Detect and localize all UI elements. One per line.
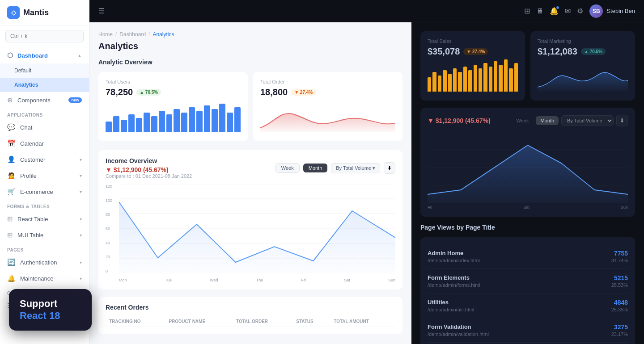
notifications-icon[interactable]: 🔔 <box>550 7 559 15</box>
download-btn[interactable]: ⬇ <box>384 162 395 174</box>
page-view-item-2: Utilities/demo/admin/util.html 484825.35… <box>428 294 628 318</box>
sidebar-item-chat[interactable]: 💬 Chat <box>0 119 89 135</box>
income-header: Income Overview ▼ $1,12,900 (45.67%) Com… <box>106 157 395 179</box>
support-text2: React 18 <box>20 310 81 322</box>
area-chart-orders <box>260 101 395 132</box>
week-btn[interactable]: Week <box>275 163 300 173</box>
dashboard-submenu: Default Analytics <box>0 63 89 92</box>
page-views-card: Admin Home/demo/admin/index.html 775531.… <box>420 237 635 344</box>
sidebar-item-authentication[interactable]: 🔄 Authentication ▾ <box>0 254 89 270</box>
stat-value-sales: $35,078 <box>428 46 460 57</box>
mail-icon[interactable]: ✉ <box>565 7 571 15</box>
calendar-icon: 📅 <box>7 139 16 147</box>
bar <box>509 68 513 92</box>
income-dark-controls: Week Month By Total Volume ⬇ <box>512 115 628 126</box>
bar <box>113 116 119 132</box>
stat-badge-marketing: ▲ 70.5% <box>581 48 606 55</box>
page-view-item-3: Form Validation/demo/admin/validation.ht… <box>428 318 628 343</box>
support-text1: Support <box>20 298 81 310</box>
sidebar-item-components[interactable]: ⊕ Components new <box>0 92 89 108</box>
stat-label-users: Total Users <box>106 79 241 84</box>
sidebar-item-profile[interactable]: 🙍 Profile ▾ <box>0 168 89 184</box>
topbar-left: ☰ <box>98 7 105 15</box>
breadcrumb-dashboard[interactable]: Dashboard <box>119 31 146 38</box>
sidebar-item-ecommerce[interactable]: 🛒 E-commerce ▾ <box>0 184 89 200</box>
search-input[interactable] <box>5 30 84 42</box>
income-dark-card: ▼ $1,12,900 (45.67%) Week Month By Total… <box>420 108 635 217</box>
bar <box>189 107 195 132</box>
line-chart: 120100806040200 <box>106 184 395 282</box>
app-logo[interactable]: ◇ Mantis <box>0 0 89 25</box>
content-area: Home / Dashboard / Analytics Analytics A… <box>89 22 644 344</box>
stat-card-orders: Total Order 18,800 ▼ 27.4% <box>253 72 402 141</box>
month-btn[interactable]: Month <box>303 164 328 172</box>
volume-select[interactable]: By Total Volume ▾ <box>331 163 380 173</box>
recent-orders-card: Recent Orders TRACKING NO PRODUCT NAME T… <box>98 297 402 334</box>
month-dark-btn[interactable]: Month <box>536 116 559 125</box>
bar <box>432 72 436 92</box>
week-dark-btn[interactable]: Week <box>512 116 534 125</box>
income-controls: Week Month By Total Volume ▾ ⬇ <box>275 162 395 174</box>
bar <box>458 72 462 92</box>
sidebar-item-calendar[interactable]: 📅 Calendar <box>0 135 89 151</box>
breadcrumb-home[interactable]: Home <box>98 31 113 38</box>
bar <box>174 109 180 132</box>
bar <box>204 105 210 132</box>
bar <box>151 116 157 132</box>
maintenance-label: Maintenance <box>20 275 53 282</box>
chart-area <box>119 184 395 273</box>
bar <box>428 77 431 92</box>
sidebar-item-react-table[interactable]: ⊞ React Table ▾ <box>0 211 89 227</box>
sidebar-item-mui-table[interactable]: ⊞ MUI Table ▾ <box>0 227 89 243</box>
bar <box>514 63 518 92</box>
page-view-item-0: Admin Home/demo/admin/index.html 775531.… <box>428 244 628 269</box>
stat-label-sales: Total Sales <box>428 38 518 44</box>
react-table-label: React Table <box>17 216 48 222</box>
col-tracking: TRACKING NO <box>106 316 165 327</box>
dark-stat-cards: Total Sales $35,078 ▼ 27.4% Total Market… <box>420 31 635 101</box>
chart-x-labels: MonTueWedThuFriSatSun <box>119 278 395 282</box>
menu-toggle-icon[interactable]: ☰ <box>98 7 105 15</box>
bar <box>121 120 127 132</box>
breadcrumb-current: Analytics <box>153 31 174 38</box>
ecommerce-chevron: ▾ <box>80 189 82 194</box>
bar <box>181 113 187 132</box>
calendar-label: Calendar <box>20 140 44 147</box>
breadcrumb: Home / Dashboard / Analytics <box>98 31 402 38</box>
bar <box>504 59 508 92</box>
stat-value-row-orders: 18,800 ▼ 27.4% <box>260 87 395 97</box>
profile-label: Profile <box>20 172 37 179</box>
sidebar-item-customer[interactable]: 👤 Customer ▾ <box>0 151 89 168</box>
page-view-item-1: Form Elements/demo/admin/forms.html 5215… <box>428 269 628 294</box>
apps-grid-icon[interactable]: ⊞ <box>524 7 530 15</box>
dashboard-icon: ⬡ <box>7 51 13 59</box>
bar <box>474 65 477 92</box>
support-popup[interactable]: Support React 18 <box>9 289 92 331</box>
dashboard-label: Dashboard <box>17 52 48 59</box>
stat-value-row-sales: $35,078 ▼ 27.4% <box>428 46 518 57</box>
volume-dark-select[interactable]: By Total Volume <box>561 115 614 126</box>
bar <box>159 111 165 132</box>
stat-value-orders: 18,800 <box>260 87 288 97</box>
authentication-icon: 🔄 <box>7 258 16 266</box>
download-dark-btn[interactable]: ⬇ <box>616 115 628 126</box>
income-title: Income Overview <box>106 157 192 164</box>
bar <box>106 122 112 132</box>
right-panel: Total Sales $35,078 ▼ 27.4% Total Market… <box>411 22 644 344</box>
stat-value-row-users: 78,250 ▲ 70.5% <box>106 87 241 97</box>
chat-label: Chat <box>20 124 32 131</box>
monitor-icon[interactable]: 🖥 <box>536 7 543 15</box>
sidebar-item-default[interactable]: Default <box>0 63 89 78</box>
bar <box>499 65 502 92</box>
chat-icon: 💬 <box>7 123 16 131</box>
orders-table: TRACKING NO PRODUCT NAME TOTAL ORDER STA… <box>106 316 395 327</box>
sidebar-item-analytics[interactable]: Analytics <box>0 78 89 92</box>
sidebar-item-dashboard[interactable]: ⬡ Dashboard ▲ <box>0 47 89 63</box>
components-icon: ⊕ <box>7 96 13 104</box>
settings-icon[interactable]: ⚙ <box>577 7 583 15</box>
user-menu[interactable]: SB Stebin Ben <box>589 4 635 18</box>
bar-chart-users <box>106 101 241 132</box>
stat-value-users: 78,250 <box>106 87 133 97</box>
bar <box>463 67 467 92</box>
sidebar-item-maintenance[interactable]: 🔔 Maintenance ▾ <box>0 270 89 286</box>
